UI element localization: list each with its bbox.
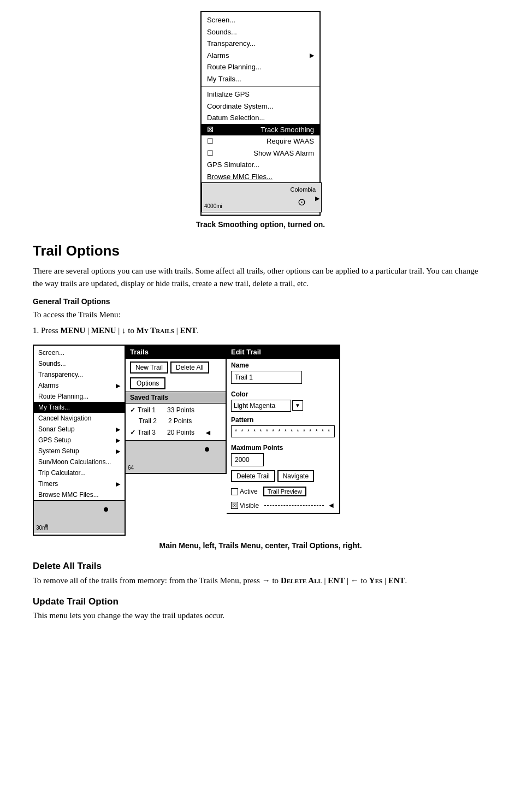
- menu-track-smoothing[interactable]: ☒Track Smoothing: [202, 124, 319, 136]
- colombia-label: Colombia: [291, 185, 316, 194]
- bottom-caption: Main Menu, left, Trails Menu, center, Tr…: [33, 540, 488, 552]
- dropdown-arrow-icon[interactable]: ▼: [292, 400, 303, 411]
- top-caption: Track Smoothing option, turned on.: [196, 219, 325, 230]
- top-menu-box: Screen... Sounds... Transparency... Alar…: [200, 11, 321, 216]
- right-panel-title: Edit Trail: [227, 346, 339, 359]
- active-checkbox-item[interactable]: Active: [231, 487, 258, 496]
- step1-prefix: To access the Trails Menu:: [33, 309, 488, 321]
- edit-name-section: Name Trail 1: [227, 359, 339, 388]
- lp-sunmoon[interactable]: Sun/Moon Calculations...: [34, 457, 125, 467]
- arrow-icon: ▶: [310, 51, 314, 60]
- lp-gps-setup[interactable]: GPS Setup▶: [34, 435, 125, 446]
- top-map-strip: Colombia ⊙ ▶ 4000mi: [202, 182, 322, 212]
- lp-system-setup[interactable]: System Setup▶: [34, 446, 125, 457]
- menu-my-trails[interactable]: My Trails...: [202, 73, 319, 85]
- delete-trail-button[interactable]: Delete Trail: [231, 470, 275, 482]
- color-label: Color: [231, 389, 335, 399]
- center-panel-trails: Trails New Trail Delete All Options Save…: [126, 345, 227, 474]
- checkbox-icon: ☐: [207, 148, 214, 159]
- step1-instruction: 1. Press MENU | MENU | ↓ to My Trails | …: [33, 324, 488, 337]
- lp-alarms[interactable]: Alarms▶: [34, 380, 125, 391]
- options-button[interactable]: Options: [130, 377, 165, 389]
- three-panel-screenshot: Screen... Sounds... Transparency... Alar…: [33, 345, 488, 536]
- lp-sounds[interactable]: Sounds...: [34, 358, 125, 369]
- saved-trails-header: Saved Trails: [126, 392, 226, 404]
- arrow-icon: ▶: [116, 436, 120, 445]
- menu-gps-simulator[interactable]: GPS Simulator...: [202, 159, 319, 171]
- delete-all-body: To remove all of the trails from memory:…: [33, 574, 488, 587]
- action-buttons: Delete Trail Navigate: [227, 470, 339, 482]
- trail-pts-2: 2 Points: [168, 416, 201, 426]
- preview-arrow-end: ◄: [327, 500, 335, 511]
- lp-trip-calc[interactable]: Trip Calculator...: [34, 467, 125, 478]
- visible-checkbox-item[interactable]: ☒ Visible: [231, 501, 259, 511]
- color-row: Light Magenta ▼: [231, 400, 335, 412]
- menu-coordinate-system[interactable]: Coordinate System...: [202, 100, 319, 112]
- menu-sounds[interactable]: Sounds...: [202, 26, 319, 38]
- visible-label: Visible: [240, 501, 259, 511]
- menu-transparency[interactable]: Transparency...: [202, 38, 319, 50]
- menu-initialize-gps[interactable]: Initialize GPS: [202, 88, 319, 100]
- top-screenshot-section: Screen... Sounds... Transparency... Alar…: [33, 11, 488, 230]
- menu-alarms[interactable]: Alarms▶: [202, 50, 319, 62]
- color-dropdown[interactable]: Light Magenta: [231, 400, 291, 412]
- right-panel-edit-trail: Edit Trail Name Trail 1 Color Light Mage…: [227, 345, 340, 514]
- center-panel-title: Trails: [126, 346, 226, 359]
- selected-arrow-icon: ◄: [204, 427, 212, 438]
- menu-datum-selection[interactable]: Datum Selection...: [202, 112, 319, 124]
- map-dot-icon: ⊙: [298, 195, 306, 210]
- center-mini-label: 64: [128, 464, 134, 472]
- edit-max-pts-section: Maximum Points 2000: [227, 441, 339, 470]
- trail-options-body: There are several options you can use wi…: [33, 265, 488, 291]
- name-label: Name: [231, 360, 335, 370]
- trail-check-3: ✓: [130, 428, 135, 437]
- trail-row-1[interactable]: ✓ Trail 1 33 Points: [130, 405, 221, 416]
- name-value[interactable]: Trail 1: [231, 371, 302, 384]
- menu-screen[interactable]: Screen...: [202, 14, 319, 26]
- map-dot2-icon: [45, 524, 48, 527]
- pattern-value[interactable]: * * * * * * * * * * * * * * * *: [231, 425, 335, 438]
- lp-browse-mmc[interactable]: Browse MMC Files...: [34, 489, 125, 500]
- lp-my-trails[interactable]: My Trails...: [34, 402, 125, 413]
- pattern-label: Pattern: [231, 415, 335, 425]
- trail-preview-line: [264, 505, 324, 506]
- center-panel-buttons: New Trail Delete All: [126, 359, 226, 376]
- arrow-icon: ▶: [116, 479, 120, 489]
- visible-checkbox[interactable]: ☒: [231, 502, 238, 509]
- lp-screen[interactable]: Screen...: [34, 347, 125, 358]
- update-trail-body: This menu lets you change the way the tr…: [33, 609, 488, 622]
- lp-cancel-navigation[interactable]: Cancel Navigation: [34, 413, 125, 424]
- menu-show-waas-alarm[interactable]: ☐ Show WAAS Alarm: [202, 147, 319, 159]
- lp-sonar-setup[interactable]: Sonar Setup▶: [34, 424, 125, 435]
- max-points-value[interactable]: 2000: [231, 453, 264, 466]
- left-panel-map: 30mi: [34, 500, 125, 533]
- delete-all-button[interactable]: Delete All: [170, 361, 209, 374]
- trail-pts-1: 33 Points: [167, 405, 200, 415]
- trail-pts-3: 20 Points: [167, 428, 200, 437]
- navigate-button[interactable]: Navigate: [277, 470, 314, 482]
- new-trail-button[interactable]: New Trail: [130, 361, 168, 374]
- lp-timers[interactable]: Timers▶: [34, 478, 125, 489]
- menu-browse-mmc[interactable]: Browse MMC Files...: [202, 171, 319, 183]
- trail-preview-button[interactable]: Trail Preview: [263, 487, 306, 496]
- distance-label: 4000mi: [204, 202, 222, 210]
- trail-row-3[interactable]: ✓ Trail 3 20 Points ◄: [130, 426, 221, 439]
- menu-route-planning[interactable]: Route Planning...: [202, 61, 319, 73]
- checked-icon: ☒: [207, 125, 214, 135]
- trail-check-2: [130, 416, 137, 426]
- center-panel-options: Options: [126, 376, 226, 392]
- max-points-label: Maximum Points: [231, 443, 335, 453]
- general-trail-options-title: General Trail Options: [33, 296, 488, 307]
- checkbox-icon: ☐: [207, 136, 214, 147]
- menu-require-waas[interactable]: ☐ Require WAAS: [202, 135, 319, 147]
- submenu-arrow-icon: ▶: [315, 194, 319, 203]
- trail-name-3: Trail 3: [138, 428, 165, 437]
- active-checkbox[interactable]: [231, 488, 238, 495]
- trail-row-2[interactable]: Trail 2 2 Points: [130, 416, 221, 426]
- arrow-icon: ▶: [116, 447, 120, 456]
- lp-route-planning[interactable]: Route Planning...: [34, 391, 125, 402]
- left-panel-main-menu: Screen... Sounds... Transparency... Alar…: [33, 345, 126, 536]
- center-panel-map: 64: [126, 440, 226, 473]
- edit-color-section: Color Light Magenta ▼: [227, 388, 339, 413]
- lp-transparency[interactable]: Transparency...: [34, 369, 125, 380]
